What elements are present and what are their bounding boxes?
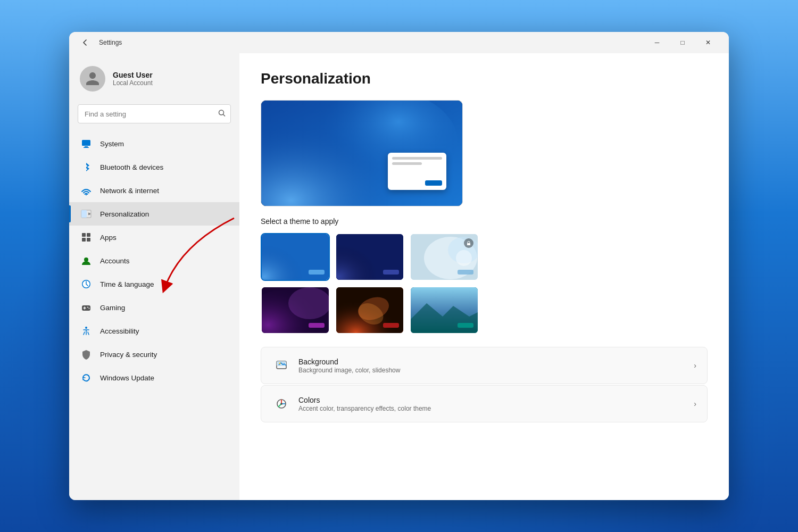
svg-point-5 xyxy=(86,194,87,195)
svg-rect-7 xyxy=(81,210,87,218)
svg-point-36 xyxy=(288,287,330,319)
sidebar-item-label: Network & internet xyxy=(100,187,159,195)
theme-item-4[interactable] xyxy=(261,286,330,334)
user-account-type: Local Account xyxy=(113,79,153,87)
settings-row-text: Background Background image, color, slid… xyxy=(298,358,400,374)
svg-point-13 xyxy=(84,257,88,262)
page-title: Personalization xyxy=(261,70,708,87)
svg-point-21 xyxy=(85,327,87,329)
dialog-button xyxy=(425,180,442,186)
settings-list: Background Background image, color, slid… xyxy=(261,347,708,422)
theme-item-6[interactable] xyxy=(410,286,479,334)
search-input[interactable] xyxy=(78,104,231,123)
sidebar-item-apps[interactable]: Apps xyxy=(69,226,239,249)
sidebar-item-label: Bluetooth & devices xyxy=(100,163,163,171)
theme-preview-2 xyxy=(336,234,403,280)
user-name: Guest User xyxy=(113,71,153,79)
settings-row-text: Colors Accent color, transparency effect… xyxy=(298,396,431,412)
svg-point-44 xyxy=(279,363,281,364)
theme-preview-4 xyxy=(262,287,329,333)
theme-section-title: Select a theme to apply xyxy=(261,217,708,226)
sidebar: Guest User Local Account xyxy=(69,53,239,500)
sidebar-item-gaming[interactable]: Gaming xyxy=(69,296,239,319)
privacy-icon xyxy=(80,348,93,361)
personalization-icon xyxy=(80,207,93,220)
settings-row-title: Colors xyxy=(298,396,431,404)
sidebar-item-update[interactable]: Windows Update xyxy=(69,366,239,389)
dialog-line-short xyxy=(392,162,422,165)
svg-point-19 xyxy=(87,307,88,308)
sidebar-item-label: Apps xyxy=(100,234,117,242)
svg-point-20 xyxy=(89,308,90,309)
minimize-button[interactable]: ─ xyxy=(645,34,669,51)
dialog-line xyxy=(392,157,442,160)
bluetooth-icon xyxy=(80,161,93,173)
svg-point-8 xyxy=(88,213,90,215)
svg-rect-11 xyxy=(82,238,86,242)
network-icon xyxy=(80,184,93,197)
content-area: Guest User Local Account xyxy=(69,53,729,500)
settings-row-subtitle: Accent color, transparency effects, colo… xyxy=(298,405,431,412)
sidebar-item-label: Personalization xyxy=(100,210,149,218)
theme-preview-1 xyxy=(262,234,329,280)
svg-rect-10 xyxy=(87,233,90,237)
theme-preview-3 xyxy=(411,234,478,280)
sidebar-item-accessibility[interactable]: Accessibility xyxy=(69,319,239,343)
sidebar-item-time[interactable]: Time & language xyxy=(69,272,239,296)
maximize-button[interactable]: □ xyxy=(670,34,695,51)
settings-row-left: Background Background image, color, slid… xyxy=(272,356,400,375)
time-icon xyxy=(80,278,93,290)
svg-rect-4 xyxy=(84,147,89,148)
svg-rect-12 xyxy=(87,238,90,242)
svg-line-1 xyxy=(223,114,226,117)
theme-item-2[interactable] xyxy=(335,233,404,281)
svg-point-32 xyxy=(456,250,472,266)
chevron-right-icon: › xyxy=(694,400,696,408)
title-bar: Settings ─ □ ✕ xyxy=(69,32,729,53)
sidebar-item-label: System xyxy=(100,140,124,148)
chevron-right-icon: › xyxy=(694,361,696,370)
svg-rect-2 xyxy=(82,140,90,146)
sidebar-item-accounts[interactable]: Accounts xyxy=(69,249,239,272)
sidebar-item-label: Time & language xyxy=(100,280,154,288)
svg-point-46 xyxy=(280,403,282,405)
theme-preview-6 xyxy=(411,287,478,333)
sidebar-item-label: Gaming xyxy=(100,304,125,312)
search-icon xyxy=(218,110,226,119)
gaming-icon xyxy=(80,301,93,314)
svg-rect-33 xyxy=(467,243,470,245)
settings-window: Settings ─ □ ✕ Guest User Local Account xyxy=(69,32,729,500)
sidebar-item-bluetooth[interactable]: Bluetooth & devices xyxy=(69,155,239,179)
window-controls: ─ □ ✕ xyxy=(645,34,720,51)
sidebar-item-label: Accounts xyxy=(100,257,130,265)
sidebar-item-privacy[interactable]: Privacy & security xyxy=(69,343,239,366)
preview-dialog xyxy=(388,153,446,190)
sidebar-item-personalization[interactable]: Personalization xyxy=(69,202,239,226)
theme-item-5[interactable] xyxy=(335,286,404,334)
main-panel: Personalization xyxy=(239,53,729,500)
back-button[interactable] xyxy=(78,35,93,50)
theme-item-1[interactable] xyxy=(261,233,330,281)
search-box xyxy=(78,104,231,123)
wallpaper-preview xyxy=(261,100,463,206)
close-button[interactable]: ✕ xyxy=(696,34,720,51)
sidebar-item-system[interactable]: System xyxy=(69,132,239,155)
accessibility-icon xyxy=(80,325,93,337)
settings-row-left: Colors Accent color, transparency effect… xyxy=(272,394,431,413)
user-icon xyxy=(85,71,101,87)
sidebar-item-label: Windows Update xyxy=(100,374,154,382)
sidebar-item-network[interactable]: Network & internet xyxy=(69,179,239,202)
user-section[interactable]: Guest User Local Account xyxy=(69,62,239,102)
system-icon xyxy=(80,137,93,150)
theme-grid xyxy=(261,233,708,334)
settings-row-background[interactable]: Background Background image, color, slid… xyxy=(261,347,708,384)
settings-row-colors[interactable]: Colors Accent color, transparency effect… xyxy=(261,385,708,422)
settings-row-title: Background xyxy=(298,358,400,366)
title-bar-left: Settings xyxy=(78,35,122,50)
update-icon xyxy=(80,371,93,384)
theme-preview-5 xyxy=(336,287,403,333)
colors-icon xyxy=(272,394,291,413)
theme-item-3[interactable] xyxy=(410,233,479,281)
user-info: Guest User Local Account xyxy=(113,71,153,87)
sidebar-item-label: Privacy & security xyxy=(100,351,157,359)
